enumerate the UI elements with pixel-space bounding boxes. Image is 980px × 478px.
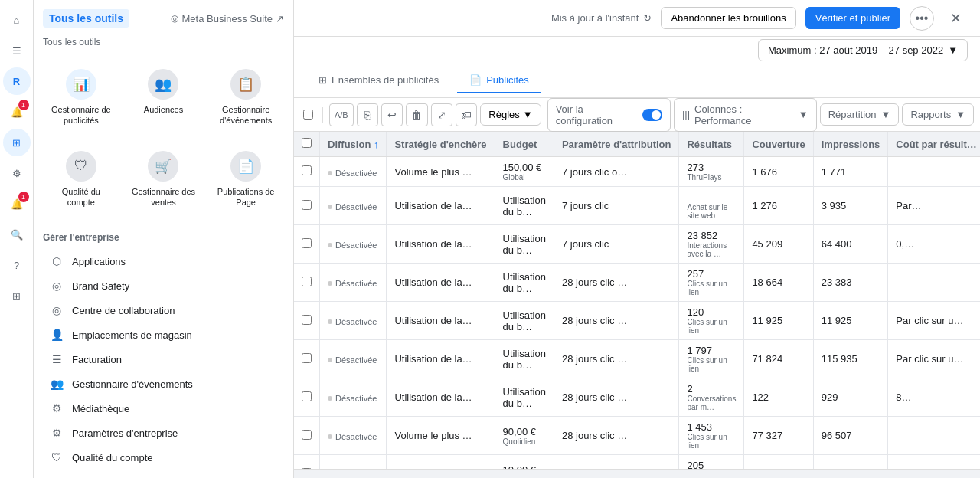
resize-btn[interactable]: ⤢ <box>431 103 452 126</box>
cell-diffusion: Désactivée <box>320 225 387 264</box>
col-budget[interactable]: Budget <box>495 132 554 157</box>
tools-dropdown-panel: Tous les outils ◎ Vérifier et publier Me… <box>34 0 294 478</box>
notification-badge: 1 <box>18 100 29 110</box>
menu-emplacements[interactable]: 👤 Emplacements de magasin <box>43 322 284 347</box>
select-all-checkbox[interactable] <box>303 110 313 120</box>
home-icon[interactable]: ⌂ <box>3 6 31 34</box>
table-row[interactable]: Désactivée Utilisation de la… Utilisatio… <box>294 340 980 378</box>
menu-icon[interactable]: ☰ <box>3 37 31 64</box>
settings-nav-icon[interactable]: ⚙ <box>3 159 31 187</box>
col-attribution[interactable]: Paramètre d'attribution <box>554 132 679 157</box>
facturation-icon: ☰ <box>49 353 64 365</box>
abandon-btn[interactable]: Abandonner les brouillons <box>661 7 795 29</box>
row-checkbox[interactable] <box>302 315 312 325</box>
rapports-btn[interactable]: Rapports ▼ <box>902 103 974 126</box>
tool-gestionnaire-ventes[interactable]: 🛒 Gestionnaire des ventes <box>126 142 202 218</box>
tool-qualite-compte[interactable]: 🛡 Qualité du compte <box>43 142 119 218</box>
alerts-icon[interactable]: 🔔 1 <box>3 190 31 218</box>
applications-icon: ⬡ <box>49 255 64 267</box>
col-resultats[interactable]: Résultats <box>679 132 744 157</box>
cell-strategie: Utilisation de la… <box>387 340 495 378</box>
update-info: Mis à jour à l'instant ↻ <box>551 12 652 24</box>
grid-nav-icon[interactable]: ⊞ <box>3 129 31 156</box>
table-row[interactable]: Désactivée Volume le plus … 90,00 € Quot… <box>294 417 980 455</box>
menu-gestionnaire-events2[interactable]: 👥 Gestionnaire d'événements <box>43 372 284 396</box>
menu-brand-safety[interactable]: ◎ Brand Safety <box>43 273 284 298</box>
tool-gestionnaire-events[interactable]: 📋 Gestionnaire d'événements <box>207 60 284 136</box>
menu-qualite-compte2[interactable]: 🛡 Qualité du compte <box>43 445 284 470</box>
mediatheque-icon: ⚙ <box>49 402 64 414</box>
row-checkbox[interactable] <box>302 353 312 363</box>
config-toggle[interactable] <box>642 109 662 121</box>
audiences-icon: 👥 <box>148 69 178 100</box>
cell-cout: Par clic sur u… <box>888 340 980 378</box>
rules-chevron-icon: ▼ <box>523 109 533 120</box>
table-row[interactable]: Désactivée Volume le plus … 10,00 € Quot… <box>294 455 980 470</box>
row-checkbox[interactable] <box>302 200 312 210</box>
tab-ensembles-publicites[interactable]: ⊞ Ensembles de publicités <box>306 68 451 93</box>
columns-btn[interactable]: ||| Colonnes : Performance ▼ <box>674 98 817 132</box>
table-row[interactable]: Désactivée Utilisation de la… Utilisatio… <box>294 225 980 264</box>
table-row[interactable]: Désactivée Utilisation de la… Utilisatio… <box>294 378 980 417</box>
table-row[interactable]: Désactivée Utilisation de la… Utilisatio… <box>294 302 980 340</box>
repartition-btn[interactable]: Répartition ▼ <box>820 103 900 126</box>
user-avatar[interactable]: R <box>3 67 31 95</box>
cell-budget: 10,00 € Quotidien <box>495 455 554 470</box>
cell-diffusion: Désactivée <box>320 455 387 470</box>
more-options-btn[interactable]: ••• <box>910 6 934 31</box>
ab-test-btn[interactable]: A/B <box>329 103 354 126</box>
ensembles-icon: ⊞ <box>318 74 327 86</box>
table-row[interactable]: Désactivée Utilisation de la… Utilisatio… <box>294 264 980 302</box>
columns-icon: ||| <box>682 109 690 120</box>
refresh-icon[interactable]: ↻ <box>643 12 652 24</box>
copy-btn[interactable]: ⎘ <box>357 103 378 126</box>
cell-budget: Utilisation du b… <box>495 225 554 264</box>
col-cout[interactable]: Coût par résult… <box>888 132 980 157</box>
col-diffusion[interactable]: Diffusion <box>320 132 387 157</box>
cell-cout: 8… <box>888 378 980 417</box>
view-config-btn[interactable]: Voir la configuration <box>547 98 671 132</box>
audiences-label: Audiences <box>144 104 183 115</box>
col-impressions[interactable]: Impressions <box>813 132 888 157</box>
delete-btn[interactable]: 🗑 <box>406 103 427 126</box>
menu-applications[interactable]: ⬡ Applications <box>43 249 284 273</box>
more-nav-icon[interactable]: ⊞ <box>3 282 31 309</box>
col-strategie[interactable]: Stratégie d'enchère <box>387 132 495 157</box>
cell-impressions: 3 935 <box>813 187 888 225</box>
parametres-label: Paramètres d'entreprise <box>72 427 178 439</box>
row-checkbox[interactable] <box>302 430 312 440</box>
verify-publish-btn[interactable]: Vérifier et publier <box>805 7 900 29</box>
rules-btn[interactable]: Règles ▼ <box>480 103 541 126</box>
brand-safety-label: Brand Safety <box>72 280 129 292</box>
tool-gestionnaire-pub[interactable]: 📊 Gestionnaire de publicités <box>43 60 119 136</box>
search-nav-icon[interactable]: 🔍 <box>3 221 31 248</box>
cell-impressions: 96 507 <box>813 417 888 455</box>
thead-checkbox[interactable] <box>302 138 312 148</box>
undo-btn[interactable]: ↩ <box>381 103 403 126</box>
menu-parametres[interactable]: ⚙ Paramètres d'entreprise <box>43 421 284 445</box>
meta-suite-link[interactable]: ◎ Vérifier et publier Meta Business Suit… <box>171 13 284 25</box>
menu-facturation[interactable]: ☰ Facturation <box>43 347 284 372</box>
scrollbar[interactable] <box>294 469 980 478</box>
menu-centre-collab[interactable]: ◎ Centre de collaboration <box>43 298 284 322</box>
close-btn[interactable]: ✕ <box>943 6 968 31</box>
tab-publicites[interactable]: 📄 Publicités <box>457 68 541 93</box>
row-checkbox[interactable] <box>302 238 312 248</box>
table-row[interactable]: Désactivée Volume le plus … 150,00 € Glo… <box>294 157 980 187</box>
menu-mediatheque[interactable]: ⚙ Médiathèque <box>43 396 284 421</box>
col-couverture[interactable]: Couverture <box>744 132 813 157</box>
row-checkbox[interactable] <box>302 391 312 401</box>
row-checkbox[interactable] <box>302 277 312 286</box>
cell-couverture: 122 <box>744 378 813 417</box>
cell-diffusion: Désactivée <box>320 264 387 302</box>
tag-btn[interactable]: 🏷 <box>456 103 477 126</box>
tools-title[interactable]: Tous les outils <box>43 9 129 28</box>
help-icon[interactable]: ? <box>3 251 31 279</box>
notifications-icon[interactable]: 🔔 1 <box>3 98 31 126</box>
row-checkbox[interactable] <box>302 165 312 175</box>
table-row[interactable]: Désactivée Utilisation de la… Utilisatio… <box>294 187 980 225</box>
date-range-picker[interactable]: Maximum : 27 août 2019 – 27 sep 2022 ▼ <box>758 39 968 61</box>
ensembles-label: Ensembles de publicités <box>332 74 439 86</box>
tool-audiences[interactable]: 👥 Audiences <box>126 60 202 136</box>
tool-publications-page[interactable]: 📄 Publications de Page <box>207 142 284 218</box>
